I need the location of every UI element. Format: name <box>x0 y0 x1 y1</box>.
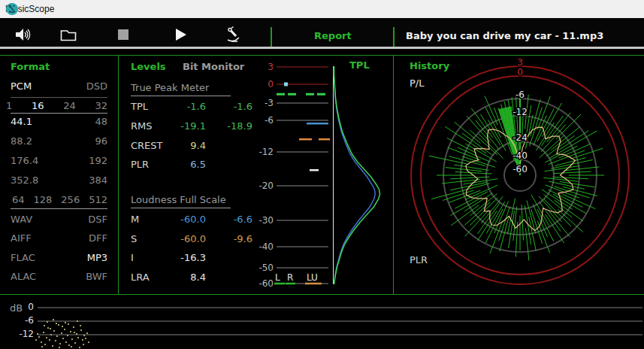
spectrum-tick-label: -6 <box>9 315 34 326</box>
format-option: 96 <box>95 135 107 147</box>
format-rule <box>11 208 107 209</box>
format-row: PCMDSD <box>11 80 107 92</box>
history-radar: 30-6-12-24-40-60 <box>393 55 644 294</box>
levels-value <box>206 140 252 151</box>
svg-text:-60: -60 <box>512 164 528 174</box>
loaded-file-name: Baby you can drive my car - 11.mp3 <box>406 30 603 41</box>
volume-button[interactable] <box>13 25 32 44</box>
levels-row-label: LRA <box>131 272 170 283</box>
levels-value: 8.4 <box>170 272 206 283</box>
levels-row-label: CREST <box>131 140 170 151</box>
levels-rule <box>131 208 231 208</box>
open-folder-icon <box>59 27 77 42</box>
tpl-plot-label: TPL <box>349 59 370 71</box>
svg-text:-12: -12 <box>512 107 528 117</box>
format-option: WAV <box>11 214 32 225</box>
svg-text:LU: LU <box>307 272 318 283</box>
levels-row: PLR6.5 <box>131 159 252 170</box>
format-option: 128 <box>34 194 53 205</box>
levels-value: -60.0 <box>170 214 206 225</box>
report-button[interactable]: Report <box>314 30 352 41</box>
format-row: 44.148 <box>11 116 107 127</box>
svg-text:-6: -6 <box>265 115 274 126</box>
format-option: PCM <box>11 80 32 92</box>
svg-text:-12: -12 <box>259 147 274 157</box>
format-option: DSF <box>88 214 107 225</box>
levels-value: -6.6 <box>206 214 252 225</box>
levels-value: -19.1 <box>170 120 206 132</box>
format-row: 1162432 <box>6 100 107 111</box>
svg-text:-3: -3 <box>265 98 274 108</box>
levels-rule <box>131 96 231 96</box>
levels-row: CREST9.4 <box>131 140 252 151</box>
svg-text:-40: -40 <box>512 150 528 161</box>
format-option: 44.1 <box>11 116 32 127</box>
spectrum-tick-label: 0 <box>9 302 34 312</box>
format-option: 352.8 <box>11 174 38 186</box>
levels-value <box>206 272 252 283</box>
volume-icon <box>14 26 31 43</box>
levels-value: -18.9 <box>206 120 252 132</box>
stop-button[interactable] <box>113 25 133 44</box>
format-option: ALAC <box>11 271 36 282</box>
open-file-button[interactable] <box>59 25 78 44</box>
format-option: 512 <box>89 194 107 205</box>
svg-text:-6: -6 <box>516 90 525 100</box>
levels-row: LRA8.4 <box>131 272 252 283</box>
format-rule <box>11 97 107 98</box>
musicscope-window: MusicScope Report Baby you can <box>0 0 644 349</box>
format-option: BWF <box>86 271 107 282</box>
svg-text:R: R <box>287 272 293 283</box>
svg-text:0: 0 <box>517 67 523 77</box>
format-row: WAVDSF <box>11 214 107 225</box>
format-option: 48 <box>95 116 107 127</box>
svg-text:0: 0 <box>268 79 274 90</box>
levels-row: S-60.0-9.6 <box>131 233 252 244</box>
loudness-heading: Loudness Full Scale <box>131 194 226 205</box>
format-option: 1 <box>6 100 12 111</box>
app-logo-icon <box>6 3 18 15</box>
svg-text:3: 3 <box>268 62 274 72</box>
format-row: AIFFDFF <box>11 232 107 244</box>
play-icon <box>172 26 189 43</box>
format-row: 88.296 <box>11 135 107 147</box>
levels-value: -9.6 <box>206 233 252 244</box>
svg-text:-40: -40 <box>259 241 274 252</box>
format-rule <box>11 113 107 114</box>
format-option: 176.4 <box>11 155 38 166</box>
levels-value: 6.5 <box>170 159 206 170</box>
format-option: 88.2 <box>11 135 32 147</box>
format-row: FLACMP3 <box>11 252 107 263</box>
levels-row-label: RMS <box>131 120 170 132</box>
format-row: 176.4192 <box>11 155 107 166</box>
levels-row-label: TPL <box>131 101 170 112</box>
play-button[interactable] <box>171 25 190 44</box>
true-peak-heading: True Peak Meter <box>131 82 209 93</box>
levels-value <box>206 159 252 170</box>
microscope-icon <box>225 26 243 44</box>
levels-value <box>206 252 252 263</box>
tab-levels[interactable]: Levels <box>131 61 166 72</box>
svg-text:-30: -30 <box>259 215 274 226</box>
tab-bit-monitor[interactable]: Bit Monitor <box>183 61 244 72</box>
format-option: MP3 <box>87 252 107 263</box>
spectrum-tick-label: -12 <box>9 329 34 339</box>
format-panel-title: Format <box>11 61 50 72</box>
analyze-button[interactable] <box>224 25 243 44</box>
levels-value: -60.0 <box>170 233 206 244</box>
toolbar-divider <box>393 27 395 47</box>
format-row: ALACBWF <box>11 271 107 282</box>
format-row: 64128256512 <box>12 194 107 205</box>
format-option: 256 <box>61 194 80 205</box>
stop-icon <box>115 26 132 43</box>
spectrum-plot <box>0 295 644 349</box>
levels-row: RMS-19.1-18.9 <box>131 120 252 132</box>
level-meter: 30-3-6-12-20-30-40-50-60LRLU <box>255 55 333 294</box>
levels-value: 9.4 <box>170 140 206 151</box>
format-option: 64 <box>12 194 25 205</box>
toolbar-separator <box>0 47 644 49</box>
format-option: DFF <box>89 232 107 244</box>
format-option: 384 <box>89 174 107 186</box>
tpl-distribution-plot <box>333 55 393 294</box>
svg-text:-60: -60 <box>259 278 274 289</box>
